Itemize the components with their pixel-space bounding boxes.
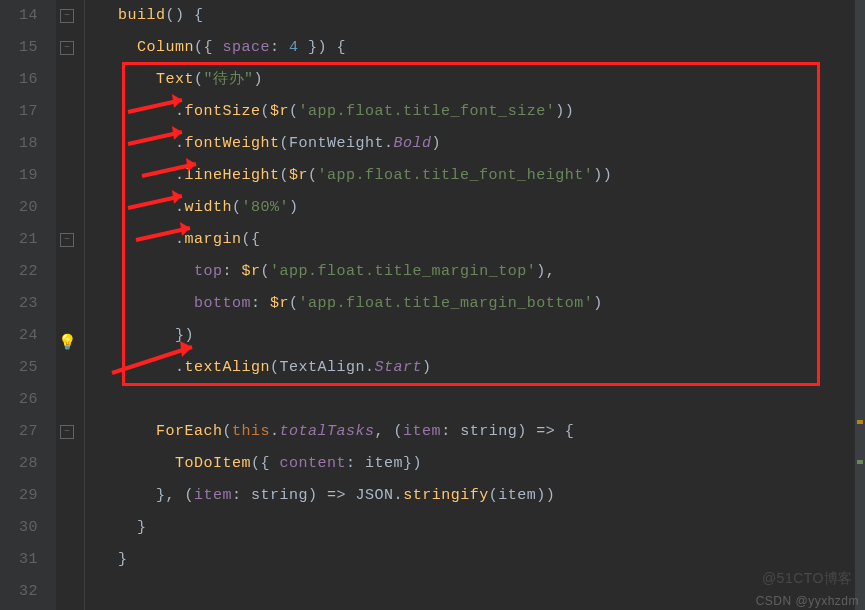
line-number: 23 [0, 288, 38, 320]
code-line[interactable]: .fontSize($r('app.float.title_font_size'… [80, 96, 865, 128]
code-line[interactable]: build() { [80, 0, 865, 32]
line-number: 21 [0, 224, 38, 256]
line-number: 16 [0, 64, 38, 96]
code-line[interactable]: Text("待办") [80, 64, 865, 96]
code-line[interactable]: ToDoItem({ content: item}) [80, 448, 865, 480]
line-number: 27 [0, 416, 38, 448]
code-line[interactable]: bottom: $r('app.float.title_margin_botto… [80, 288, 865, 320]
line-number: 30 [0, 512, 38, 544]
line-number: 26 [0, 384, 38, 416]
fold-toggle[interactable]: − [60, 41, 74, 55]
line-number-gutter: 14 15 16 17 18 19 20 21 22 23 24 25 26 2… [0, 0, 56, 610]
line-number: 24 [0, 320, 38, 352]
code-line[interactable]: } [80, 544, 865, 576]
code-editor[interactable]: 14 15 16 17 18 19 20 21 22 23 24 25 26 2… [0, 0, 865, 610]
watermark-text: CSDN @yyxhzdm [756, 594, 859, 608]
line-number: 29 [0, 480, 38, 512]
line-number: 17 [0, 96, 38, 128]
vertical-scrollbar[interactable] [855, 0, 865, 610]
line-number: 18 [0, 128, 38, 160]
watermark-text: @51CTO博客 [762, 570, 853, 588]
line-number: 28 [0, 448, 38, 480]
code-line[interactable]: top: $r('app.float.title_margin_top'), [80, 256, 865, 288]
line-number: 32 [0, 576, 38, 608]
code-line[interactable]: }, (item: string) => JSON.stringify(item… [80, 480, 865, 512]
lightbulb-icon[interactable]: 💡 [58, 328, 78, 360]
line-number: 14 [0, 0, 38, 32]
code-line[interactable]: 💡 }) [80, 320, 865, 352]
fold-toggle[interactable]: − [60, 233, 74, 247]
code-line[interactable]: .margin({ [80, 224, 865, 256]
code-line[interactable]: .fontWeight(FontWeight.Bold) [80, 128, 865, 160]
code-line[interactable]: } [80, 512, 865, 544]
code-line[interactable]: Column({ space: 4 }) { [80, 32, 865, 64]
line-number: 15 [0, 32, 38, 64]
code-line[interactable]: .textAlign(TextAlign.Start) [80, 352, 865, 384]
line-number: 31 [0, 544, 38, 576]
code-line[interactable]: .width('80%') [80, 192, 865, 224]
fold-toggle[interactable]: − [60, 9, 74, 23]
fold-toggle[interactable]: − [60, 425, 74, 439]
code-area[interactable]: build() { Column({ space: 4 }) { Text("待… [80, 0, 865, 610]
code-line[interactable]: .lineHeight($r('app.float.title_font_hei… [80, 160, 865, 192]
code-line[interactable] [80, 576, 865, 608]
code-line[interactable]: ForEach(this.totalTasks, (item: string) … [80, 416, 865, 448]
line-number: 22 [0, 256, 38, 288]
line-number: 19 [0, 160, 38, 192]
line-number: 25 [0, 352, 38, 384]
line-number: 20 [0, 192, 38, 224]
fold-column: − − − − [56, 0, 80, 610]
code-line[interactable] [80, 384, 865, 416]
